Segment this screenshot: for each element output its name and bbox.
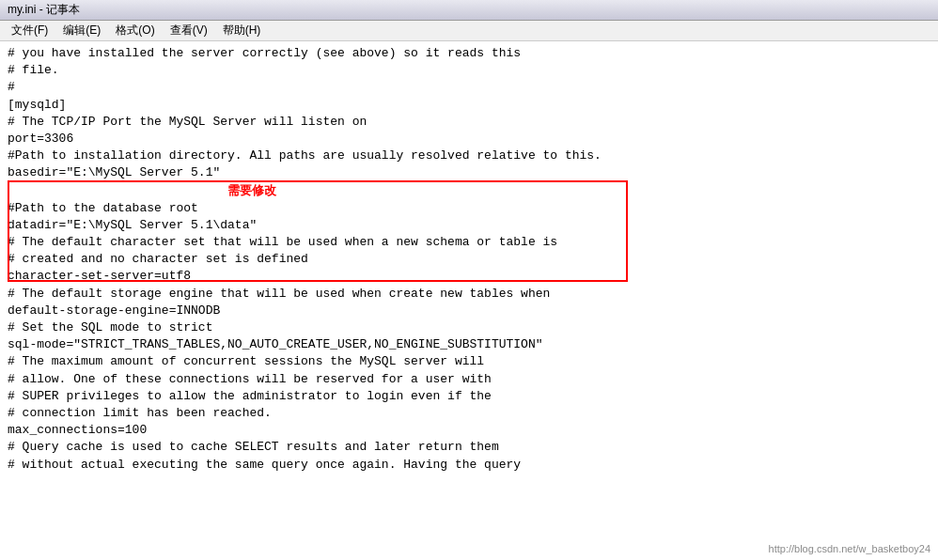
code-line: 需要修改 [8,182,930,200]
code-line: # you have installed the server correctl… [8,45,930,62]
code-line: # The default character set that will be… [8,234,930,251]
code-line: # The maximum amount of concurrent sessi… [8,353,930,370]
menu-item-help[interactable]: 帮助(H) [215,21,269,40]
code-line: port=3306 [8,131,930,148]
code-line: [mysqld] [8,97,930,114]
menu-item-edit[interactable]: 编辑(E) [55,21,108,40]
menu-item-view[interactable]: 查看(V) [163,21,215,40]
code-line: # Query cache is used to cache SELECT re… [8,439,930,456]
title-bar-text: my.ini - 记事本 [8,2,80,18]
menu-item-file[interactable]: 文件(F) [4,21,55,40]
menu-item-format[interactable]: 格式(O) [108,21,162,40]
content-area: # you have installed the server correctl… [0,41,938,560]
code-line: #Path to the database root [8,200,930,217]
code-line: default-storage-engine=INNODB [8,303,930,319]
title-bar: my.ini - 记事本 [0,0,938,21]
code-line: # without actual executing the same quer… [8,457,930,474]
code-line: character-set-server=utf8 [8,268,930,285]
code-line: # connection limit has been reached. [8,405,930,422]
code-line: max_connections=100 [8,422,930,439]
code-line: # The default storage engine that will b… [8,286,930,303]
code-content: # you have installed the server correctl… [8,45,930,474]
code-line: # [8,79,930,96]
code-line: # The TCP/IP Port the MySQL Server will … [8,114,930,131]
code-line: datadir="E:\MySQL Server 5.1\data" [8,217,930,234]
code-line: # file. [8,62,930,79]
code-line: sql-mode="STRICT_TRANS_TABLES,NO_AUTO_CR… [8,336,930,353]
code-line: # allow. One of these connections will b… [8,371,930,388]
code-line: #Path to installation directory. All pat… [8,148,930,164]
code-line: basedir="E:\MySQL Server 5.1" [8,164,930,181]
code-line: # Set the SQL mode to strict [8,319,930,336]
code-line: # created and no character set is define… [8,251,930,268]
menu-bar: 文件(F) 编辑(E) 格式(O) 查看(V) 帮助(H) [0,21,938,41]
watermark: http://blog.csdn.net/w_basketboy24 [769,543,930,554]
code-line: # SUPER privileges to allow the administ… [8,388,930,405]
